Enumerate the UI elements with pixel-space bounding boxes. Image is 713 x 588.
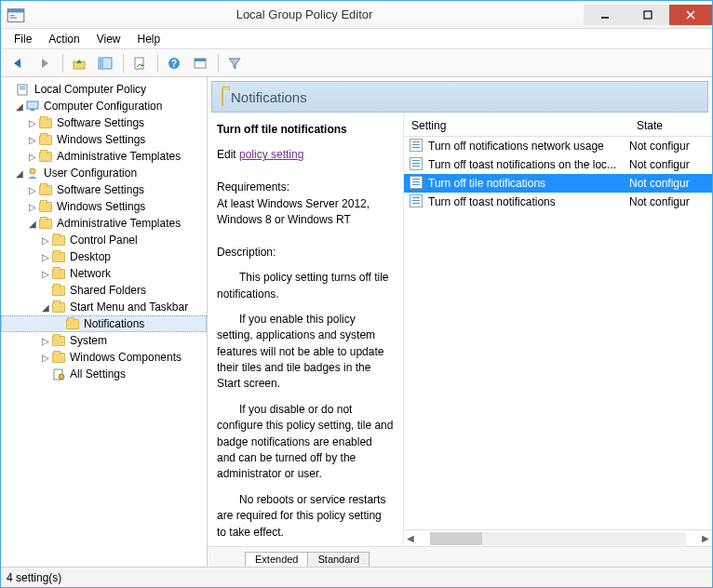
folder-icon [51,351,66,364]
tab-extended[interactable]: Extended [245,552,308,567]
tree-label: All Settings [70,368,126,381]
folder-icon [38,217,53,230]
tree-pane[interactable]: ▷ Local Computer Policy ◢ Computer Confi… [1,77,208,567]
user-icon [25,167,40,180]
policy-item-icon [410,194,424,209]
svg-rect-4 [601,17,609,19]
tree-network[interactable]: ▷ Network [1,265,207,282]
folder-icon [38,133,53,146]
tree-label: Local Computer Policy [34,83,146,96]
show-hide-tree-button[interactable] [93,52,117,74]
description-p4: No reboots or service restarts are requi… [217,492,394,541]
requirements-text: At least Windows Server 2012, Windows 8 … [217,196,394,229]
list-row[interactable]: Turn off toast notificationsNot configur [404,193,712,211]
tab-standard[interactable]: Standard [307,552,370,567]
list-row[interactable]: Turn off toast notifications on the loc.… [404,155,712,174]
svg-rect-5 [644,11,652,19]
tree-start-menu-taskbar[interactable]: ◢ Start Menu and Taskbar [1,299,207,315]
filter-button[interactable] [222,52,247,74]
folder-icon [51,234,66,247]
scroll-left-arrow[interactable]: ◀ [404,533,417,543]
tree-label: Software Settings [57,183,144,196]
tree-desktop[interactable]: ▷ Desktop [1,248,207,265]
description-pane: Turn off tile notifications Edit policy … [208,114,403,546]
menu-action[interactable]: Action [41,31,87,47]
tree-notifications[interactable]: ▷ Notifications [1,315,207,332]
svg-rect-13 [195,59,206,61]
statusbar: 4 setting(s) [1,567,712,587]
svg-rect-15 [20,87,25,87]
tree-cc-admin[interactable]: ▷ Administrative Templates [1,148,207,165]
tree-system[interactable]: ▷ System [1,332,207,349]
content-pane: Notifications Turn off tile notification… [208,77,712,567]
tree-control-panel[interactable]: ▷ Control Panel [1,232,207,248]
svg-rect-9 [135,58,143,69]
horizontal-scrollbar[interactable]: ◀ ▶ [404,529,712,546]
tree-computer-config[interactable]: ◢ Computer Configuration [1,98,207,114]
minimize-button[interactable] [584,5,626,25]
up-level-button[interactable] [67,52,91,74]
list-row[interactable]: Turn off notifications network usageNot … [404,137,712,155]
content-header: Notifications [211,81,708,113]
menu-view[interactable]: View [89,31,128,47]
folder-icon [51,301,66,314]
tree-label: User Configuration [44,167,137,180]
edit-policy-link[interactable]: policy setting [239,148,303,161]
list-row-state: Not configur [629,140,700,153]
menu-help[interactable]: Help [130,31,168,47]
tree-cc-software[interactable]: ▷ Software Settings [1,114,207,131]
folder-icon [51,250,66,263]
maximize-button[interactable] [626,5,669,25]
tree-uc-windows[interactable]: ▷ Windows Settings [1,198,207,215]
policy-root-icon [16,83,31,96]
scroll-thumb[interactable] [430,532,482,545]
description-p2: If you enable this policy setting, appli… [217,312,394,393]
tree-label: Software Settings [57,116,144,129]
col-state-header[interactable]: State [629,119,700,132]
description-p1: This policy setting turns off tile notif… [217,270,394,302]
policy-item-icon [410,176,424,191]
refresh-button[interactable] [128,52,152,74]
col-setting-header[interactable]: Setting [404,119,629,132]
folder-icon [38,116,53,129]
tree-label: Start Menu and Taskbar [70,301,188,314]
menu-file[interactable]: File [7,31,39,47]
tree-user-config[interactable]: ◢ User Configuration [1,165,207,181]
close-button[interactable] [669,5,712,25]
tree-all-settings[interactable]: ▷ All Settings [1,366,207,382]
nav-forward-button[interactable] [33,52,57,74]
folder-icon [222,89,223,105]
tree-root[interactable]: ▷ Local Computer Policy [1,81,207,98]
list-body[interactable]: Turn off notifications network usageNot … [404,137,712,529]
svg-rect-1 [7,8,24,12]
folder-icon [51,267,66,280]
tree-windows-components[interactable]: ▷ Windows Components [1,349,207,366]
titlebar: Local Group Policy Editor [1,1,712,29]
computer-icon [25,100,40,113]
edit-policy-line: Edit policy setting [217,147,394,163]
toolbar-separator [218,54,219,73]
folder-icon [65,317,80,330]
properties-button[interactable] [188,52,212,74]
tree-uc-admin[interactable]: ◢ Administrative Templates [1,215,207,232]
scroll-right-arrow[interactable]: ▶ [699,533,712,543]
app-icon [7,6,25,24]
tree-label: Computer Configuration [44,100,162,113]
nav-back-button[interactable] [7,52,31,74]
status-text: 4 setting(s) [7,571,61,584]
settings-icon [51,368,66,381]
tree-shared-folders[interactable]: ▷ Shared Folders [1,282,207,299]
list-row[interactable]: Turn off tile notificationsNot configur [404,174,712,193]
help-button[interactable]: ? [162,52,186,74]
tree-cc-windows[interactable]: ▷ Windows Settings [1,131,207,148]
tree-label: Windows Settings [57,200,145,213]
list-header: Setting State [404,114,712,137]
list-row-state: Not configur [629,158,700,171]
folder-icon [38,150,53,163]
tree-uc-software[interactable]: ▷ Software Settings [1,181,207,198]
svg-rect-2 [10,15,15,16]
description-label: Description: [217,245,394,261]
tree-label: Administrative Templates [57,217,181,230]
description-p3: If you disable or do not configure this … [217,402,394,483]
svg-point-21 [59,374,64,380]
